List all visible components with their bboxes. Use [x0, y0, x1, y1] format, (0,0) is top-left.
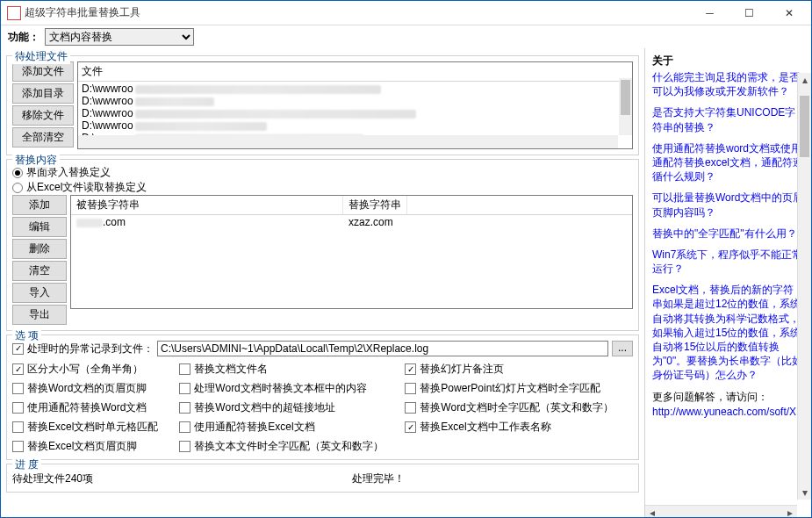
import-rules-button[interactable]: 导入 — [12, 283, 67, 303]
faq-link[interactable]: 使用通配符替换word文档或使用通配符替换excel文档，通配符遵循什么规则？ — [652, 141, 804, 184]
scroll-left-icon[interactable]: ◂ — [645, 506, 659, 518]
to-value: xzaz.com — [343, 215, 399, 229]
add-file-button[interactable]: 添加文件 — [12, 61, 74, 82]
faq-link[interactable]: 可以批量替换Word文档中的页眉页脚内容吗？ — [652, 191, 804, 219]
list-item[interactable]: D:\wwwroo — [78, 95, 632, 107]
rules-table[interactable]: 被替换字符串 替换字符串 .com xzaz.com — [70, 195, 633, 309]
option-checkbox[interactable]: 替换PowerPoint幻灯片文档时全字匹配 — [405, 381, 613, 396]
option-checkbox[interactable]: 区分大小写（全角半角） — [12, 362, 158, 377]
option-checkbox[interactable]: 处理Word文档时替换文本框中的内容 — [179, 381, 384, 396]
replace-legend: 替换内容 — [12, 153, 60, 168]
list-item[interactable]: D:\wwwroo — [78, 83, 632, 95]
function-label: 功能： — [8, 30, 40, 45]
clear-all-files-button[interactable]: 全部清空 — [12, 127, 74, 147]
faq-link[interactable]: Win7系统下，程序似乎不能正常运行？ — [652, 248, 804, 276]
files-legend: 待处理文件 — [12, 49, 70, 64]
log-path-input[interactable] — [157, 341, 608, 356]
scroll-down-icon[interactable]: ▾ — [798, 486, 811, 500]
col-from: 被替换字符串 — [71, 196, 343, 214]
option-checkbox[interactable]: 替换文本文件时全字匹配（英文和数字） — [179, 439, 384, 454]
app-icon — [7, 6, 21, 20]
faq-more: 更多问题解答，请访问：http://www.yuneach.com/soft/X — [652, 390, 804, 419]
more-link[interactable]: http://www.yuneach.com/soft/X — [652, 406, 796, 418]
delete-rule-button[interactable]: 删除 — [12, 239, 67, 259]
close-button[interactable]: ✕ — [769, 2, 808, 25]
faq-link[interactable]: 是否支持大字符集UNICODE字符串的替换？ — [652, 105, 804, 133]
col-to: 替换字符串 — [343, 196, 407, 214]
titlebar: 超级字符串批量替换工具 ─ ☐ ✕ — [1, 1, 811, 25]
file-list-hscroll[interactable] — [78, 135, 618, 148]
export-rules-button[interactable]: 导出 — [12, 305, 67, 325]
option-checkbox[interactable]: 替换幻灯片备注页 — [405, 362, 613, 377]
browse-log-button[interactable]: ... — [612, 341, 633, 356]
option-checkbox[interactable]: 替换Word文档时全字匹配（英文和数字） — [405, 400, 613, 415]
add-dir-button[interactable]: 添加目录 — [12, 83, 74, 104]
faq-link[interactable]: Excel文档，替换后的新的字符串如果是超过12位的数值，系统自动将其转换为科学… — [652, 283, 804, 382]
from-value: .com — [103, 216, 126, 228]
pending-count: 待处理文件240项 — [12, 471, 93, 486]
list-item[interactable]: D:\wwwroo — [78, 107, 632, 119]
options-legend: 选 项 — [12, 328, 41, 343]
minimize-button[interactable]: ─ — [690, 2, 729, 25]
option-checkbox[interactable]: 替换Excel文档中工作表名称 — [405, 420, 613, 435]
radio-excel-define[interactable]: 从Excel文件读取替换定义 — [12, 180, 633, 195]
faq-link[interactable]: 什么能完主询足我的需求，是否可以为我修改或开发新软件？ — [652, 70, 804, 98]
option-checkbox[interactable]: 替换文档文件名 — [179, 362, 384, 377]
faq-link[interactable]: 替换中的"全字匹配"有什么用？ — [652, 227, 804, 241]
faq-panel: 什么能完主询足我的需求，是否可以为我修改或开发新软件？是否支持大字符集UNICO… — [652, 70, 804, 517]
scroll-up-icon[interactable]: ▴ — [798, 73, 811, 87]
progress-group: 进 度 待处理文件240项 处理完毕！ — [6, 464, 639, 493]
option-checkbox[interactable]: 替换Excel文档页眉页脚 — [12, 439, 158, 454]
option-checkbox[interactable]: 替换Word文档的页眉页脚 — [12, 381, 158, 396]
remove-file-button[interactable]: 移除文件 — [12, 105, 74, 126]
option-checkbox[interactable]: 使用通配符替换Excel文档 — [179, 420, 384, 435]
list-item[interactable]: D:\wwwroo — [78, 119, 632, 132]
add-rule-button[interactable]: 添加 — [12, 195, 67, 215]
clear-rules-button[interactable]: 清空 — [12, 261, 67, 281]
progress-legend: 进 度 — [12, 457, 41, 472]
table-row[interactable]: .com xzaz.com — [71, 215, 632, 229]
about-hscroll[interactable]: ◂ ▸ — [645, 505, 797, 518]
option-checkbox[interactable]: 替换Excel文档时单元格匹配 — [12, 420, 158, 435]
function-select[interactable]: 文档内容替换 — [45, 28, 194, 46]
scroll-thumb[interactable] — [800, 96, 809, 157]
log-checkbox[interactable]: 处理时的异常记录到文件： — [12, 342, 154, 356]
file-list-vscroll[interactable] — [619, 78, 632, 135]
window-title: 超级字符串批量替换工具 — [25, 5, 690, 20]
done-text: 处理完毕！ — [352, 471, 405, 486]
about-title: 关于 — [652, 54, 804, 68]
about-vscroll[interactable]: ▴ ▾ — [797, 73, 811, 500]
option-checkbox[interactable]: 使用通配符替换Word文档 — [12, 400, 158, 415]
edit-rule-button[interactable]: 编辑 — [12, 217, 67, 237]
replace-group: 替换内容 界面录入替换定义 从Excel文件读取替换定义 添加 编辑 删除 清空… — [6, 159, 639, 331]
scroll-right-icon[interactable]: ▸ — [783, 506, 797, 518]
radio-ui-define[interactable]: 界面录入替换定义 — [12, 165, 633, 180]
file-list-header: 文件 — [78, 62, 632, 82]
file-list[interactable]: 文件 D:\wwwrooD:\wwwrooD:\wwwrooD:\wwwrooD… — [77, 61, 633, 149]
function-row: 功能： 文档内容替换 — [1, 25, 811, 48]
files-group: 待处理文件 添加文件 添加目录 移除文件 全部清空 文件 D:\wwwrooD:… — [6, 55, 639, 155]
maximize-button[interactable]: ☐ — [729, 2, 769, 25]
option-checkbox[interactable]: 替换Word文档中的超链接地址 — [179, 400, 384, 415]
options-group: 选 项 处理时的异常记录到文件： ... 区分大小写（全角半角）替换Word文档… — [6, 335, 639, 460]
